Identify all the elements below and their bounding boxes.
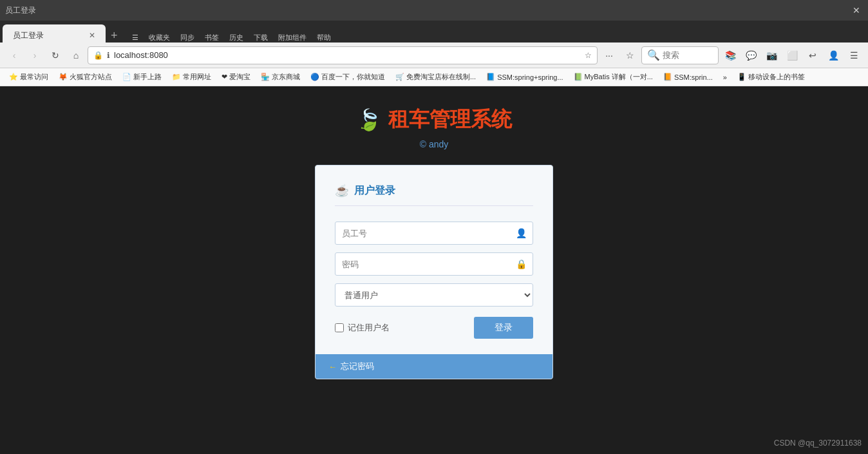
lock-icon: 🔒 xyxy=(93,51,103,60)
bookmark-ssm2[interactable]: 📙 SSM:sprin... xyxy=(659,71,717,82)
page-content: 🍃 租车管理系统 © andy ☕ 用户登录 👤 🔒 xyxy=(0,86,868,454)
toolbar: ‹ › ↻ ⌂ 🔒 ℹ ☆ ··· ☆ 🔍 📚 💬 📷 ⬜ ↩ 👤 ☰ xyxy=(0,43,868,68)
tab-title: 员工登录 xyxy=(13,30,44,41)
login-card-footer: ← 忘记密码 xyxy=(316,354,552,379)
app-title: 租车管理系统 xyxy=(388,106,512,134)
app-title-container: 🍃 租车管理系统 xyxy=(356,106,512,134)
star-icon: ⭐ xyxy=(9,73,18,81)
address-bar-container[interactable]: 🔒 ℹ ☆ xyxy=(88,46,598,64)
sync-icon[interactable]: ↩ xyxy=(804,46,822,64)
arrow-left-icon: ← xyxy=(328,362,337,372)
bookmark-more[interactable]: » xyxy=(719,72,731,82)
coffee-icon: ☕ xyxy=(335,184,349,198)
bookmark-baidu[interactable]: 🔵 百度一下，你就知道 xyxy=(307,71,389,83)
profile-icon[interactable]: 👤 xyxy=(824,46,842,64)
password-input[interactable] xyxy=(335,252,533,276)
bookmark-most-visited[interactable]: ⭐ 最常访问 xyxy=(5,71,52,83)
bookmark-newbie[interactable]: 📄 新手上路 xyxy=(118,71,165,83)
forgot-password-link[interactable]: 忘记密码 xyxy=(341,361,374,372)
more-options-button[interactable]: ··· xyxy=(600,46,618,64)
close-button[interactable]: ✕ xyxy=(850,4,863,17)
tab-view-icon[interactable]: ⬜ xyxy=(783,46,801,64)
menu-icon[interactable]: ☰ xyxy=(845,46,863,64)
form-footer: 记住用户名 登录 xyxy=(335,317,533,339)
search-container[interactable]: 🔍 xyxy=(641,46,719,64)
bookmark-logo[interactable]: 🛒 免费淘宝店标在线制... xyxy=(392,71,480,83)
bookmark-star-icon[interactable]: ☆ xyxy=(585,51,592,60)
employee-id-input[interactable] xyxy=(335,222,533,245)
star-button[interactable]: ☆ xyxy=(621,46,639,64)
bookmark-mobile[interactable]: 📱 移动设备上的书签 xyxy=(733,71,809,83)
address-input[interactable] xyxy=(114,50,581,60)
watermark: CSDN @qq_3072911638 xyxy=(774,439,862,448)
other-tabs: ☰ 收藏夹 同步 书签 历史 下载 附加组件 帮助 xyxy=(123,33,340,43)
remember-checkbox[interactable] xyxy=(335,323,344,332)
new-tab-button[interactable]: + xyxy=(106,29,123,43)
login-header: ☕ 用户登录 xyxy=(335,184,533,206)
login-button[interactable]: 登录 xyxy=(474,317,533,339)
user-icon: 👤 xyxy=(516,228,527,238)
search-icon: 🔍 xyxy=(647,49,660,61)
library-icon[interactable]: 📚 xyxy=(721,46,739,64)
remember-text: 记住用户名 xyxy=(348,322,390,334)
active-tab[interactable]: 员工登录 ✕ xyxy=(3,24,106,43)
leaf-icon: 🍃 xyxy=(356,108,382,132)
search-input[interactable] xyxy=(663,50,708,60)
forward-button[interactable]: › xyxy=(26,46,44,64)
lock-icon: 🔒 xyxy=(516,259,527,269)
home-button[interactable]: ⌂ xyxy=(67,46,85,64)
tab-close-icon[interactable]: ✕ xyxy=(89,31,95,40)
toolbar-right-icons: 📚 💬 📷 ⬜ ↩ 👤 ☰ xyxy=(721,46,863,64)
firefox-icon: 🦊 xyxy=(59,73,68,81)
reload-button[interactable]: ↻ xyxy=(46,46,64,64)
bookmark-common[interactable]: 📁 常用网址 xyxy=(168,71,215,83)
bookmark-mybatis[interactable]: 📗 MyBatis 详解（一对... xyxy=(570,71,657,83)
copyright: © andy xyxy=(420,139,449,149)
bookmark-firefox[interactable]: 🦊 火狐官方站点 xyxy=(55,71,116,83)
login-section-title: 用户登录 xyxy=(354,184,395,198)
user-type-group: 普通用户 管理员 xyxy=(335,283,533,307)
tab-bar: 员工登录 ✕ + ☰ 收藏夹 同步 书签 历史 下载 附加组件 帮助 xyxy=(0,21,868,43)
password-group: 🔒 xyxy=(335,252,533,276)
title-bar-text: 员工登录 xyxy=(5,5,845,16)
employee-id-group: 👤 xyxy=(335,222,533,245)
bookmark-ssm1[interactable]: 📘 SSM:spring+spring... xyxy=(482,71,567,82)
remember-label[interactable]: 记住用户名 xyxy=(335,322,390,334)
bookmark-jd[interactable]: 🏪 京东商城 xyxy=(257,71,304,83)
chat-icon[interactable]: 💬 xyxy=(742,46,760,64)
title-bar: 员工登录 ✕ xyxy=(0,0,868,21)
login-card: ☕ 用户登录 👤 🔒 普通用户 管理员 xyxy=(315,165,553,379)
back-button[interactable]: ‹ xyxy=(5,46,23,64)
bookmark-taobao[interactable]: ❤ 爱淘宝 xyxy=(218,71,254,83)
screenshot-icon[interactable]: 📷 xyxy=(762,46,780,64)
user-type-select[interactable]: 普通用户 管理员 xyxy=(335,283,533,307)
login-card-body: ☕ 用户登录 👤 🔒 普通用户 管理员 xyxy=(316,166,552,354)
bookmarks-bar: ⭐ 最常访问 🦊 火狐官方站点 📄 新手上路 📁 常用网址 ❤ 爱淘宝 🏪 京东… xyxy=(0,68,868,86)
info-icon: ℹ xyxy=(107,51,110,60)
